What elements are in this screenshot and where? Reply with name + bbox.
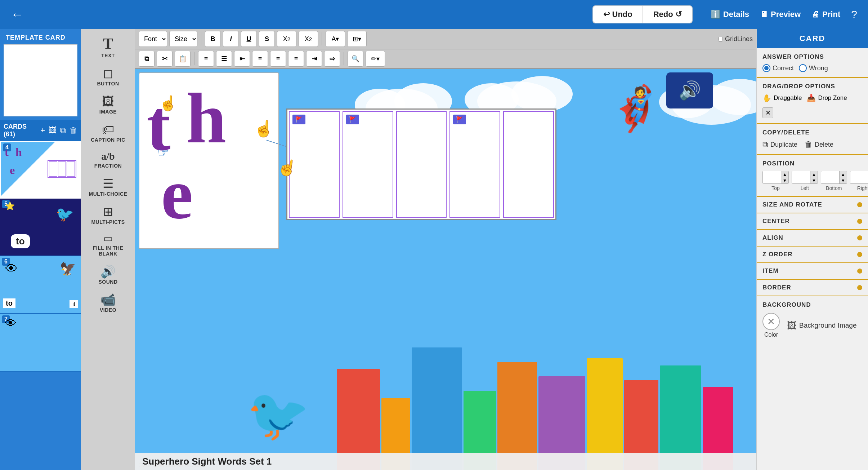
tool-fill-blank[interactable]: ▭ FILL IN THE BLANK: [85, 230, 131, 260]
cards-header: CARDS (61) + 🖼 ⧉ 🗑: [0, 120, 81, 141]
drop-zone-toggle[interactable]: 📥 Drop Zone: [807, 94, 847, 102]
special-button[interactable]: ✏▾: [366, 51, 385, 67]
subscript-button[interactable]: X2: [277, 31, 296, 47]
drop-box-5[interactable]: [503, 111, 554, 218]
text-center-button[interactable]: ≡: [252, 51, 268, 67]
correct-radio[interactable]: [762, 64, 770, 72]
background-title: BACKGROUND: [762, 301, 862, 309]
delete-card-button[interactable]: 🗑: [70, 126, 77, 135]
indent-left-button[interactable]: ⇤: [234, 51, 250, 67]
justify-button[interactable]: ≡: [288, 51, 304, 67]
text-right-button[interactable]: ≡: [270, 51, 286, 67]
font-select[interactable]: Font: [139, 31, 167, 47]
search-button[interactable]: 🔍: [348, 51, 363, 67]
paste-button[interactable]: 📋: [175, 51, 191, 67]
tools-column: T TEXT ◻ BUTTON 🖼 IMAGE 🏷 CAPTION PIC a/…: [81, 29, 135, 470]
bird-bottom-left: 🐦: [247, 385, 310, 445]
sound-button[interactable]: 🔊: [666, 72, 713, 108]
canvas[interactable]: t h e ☝ ☞ ☝ ☝: [135, 69, 756, 470]
delete-button[interactable]: 🗑 Delete: [805, 140, 833, 149]
correct-option[interactable]: Correct: [762, 64, 794, 72]
center-section[interactable]: CENTER: [757, 213, 868, 230]
printer-icon: 🖨: [811, 10, 819, 19]
undo-button[interactable]: ↩ Undo: [592, 5, 643, 23]
back-button[interactable]: ←: [11, 8, 24, 21]
pos-bottom-input[interactable]: [821, 171, 839, 183]
bold-button[interactable]: B: [205, 31, 221, 47]
duplicate-button[interactable]: ⧉ Duplicate: [762, 140, 797, 149]
wrong-option[interactable]: Wrong: [799, 64, 828, 72]
drop-flag-1: 🚩: [292, 115, 305, 124]
z-order-section[interactable]: Z ORDER: [757, 247, 868, 263]
drop-zone-icon: 📥: [807, 94, 816, 102]
pos-left-down[interactable]: ▼: [810, 177, 818, 183]
align-left-button[interactable]: ≡: [198, 51, 214, 67]
drop-box-3[interactable]: [396, 111, 447, 218]
table-button[interactable]: ⊞▾: [347, 31, 367, 47]
item-section[interactable]: ITEM: [757, 263, 868, 280]
pos-bottom-up[interactable]: ▲: [840, 171, 847, 177]
building-3: [412, 347, 462, 470]
wrong-label: Wrong: [809, 65, 828, 72]
tool-caption-pic[interactable]: 🏷 CAPTION PIC: [85, 120, 131, 146]
pos-left-input[interactable]: [792, 171, 810, 183]
cut-button[interactable]: ✂: [157, 51, 173, 67]
bg-color-button[interactable]: ✕ Color: [762, 313, 780, 338]
card-thumb-6[interactable]: 6 to it 🦅 👁: [0, 256, 81, 314]
copy-card-button[interactable]: ⧉: [60, 126, 66, 135]
card-thumb-5[interactable]: 5 to 🐦 ⭐: [0, 199, 81, 256]
canvas-wrapper[interactable]: t h e ☝ ☞ ☝ ☝: [135, 69, 756, 470]
italic-button[interactable]: I: [223, 31, 239, 47]
tool-fraction-label: FRACTION: [94, 163, 122, 169]
delete-label: Delete: [815, 141, 833, 148]
pos-bottom-down[interactable]: ▼: [840, 177, 847, 183]
card-thumb-7[interactable]: 7 👁: [0, 314, 81, 372]
preview-button[interactable]: 🖥 Preview: [760, 10, 801, 19]
list-button[interactable]: ☰: [216, 51, 232, 67]
size-select[interactable]: Size: [169, 31, 197, 47]
tool-text[interactable]: T TEXT: [85, 32, 131, 62]
image-card-button[interactable]: 🖼: [49, 126, 57, 135]
gridlines-checkbox[interactable]: [718, 37, 723, 41]
indent-right-button[interactable]: ⇥: [306, 51, 322, 67]
strikethrough-button[interactable]: S: [259, 31, 275, 47]
tool-image[interactable]: 🖼 IMAGE: [85, 92, 131, 118]
wrong-radio[interactable]: [799, 64, 807, 72]
tool-sound[interactable]: 🔊 SOUND: [85, 262, 131, 288]
print-button[interactable]: 🖨 Print: [811, 10, 840, 19]
redo-button[interactable]: Redo ↺: [643, 5, 693, 23]
tool-multi-choice[interactable]: ☰ MULTI-CHOICE: [85, 174, 131, 200]
text-color-button[interactable]: A▾: [326, 31, 345, 47]
tool-multi-picts[interactable]: ⊞ MULTI-PICTS: [85, 202, 131, 229]
drop-area[interactable]: 🚩 🚩 🚩: [286, 108, 556, 220]
bg-image-button[interactable]: 🖼 Background Image: [787, 320, 857, 331]
add-card-button[interactable]: +: [40, 126, 45, 135]
tool-fraction[interactable]: a/b FRACTION: [85, 148, 131, 172]
copy-format-button[interactable]: ⧉: [139, 51, 155, 67]
superscript-button[interactable]: X2: [299, 31, 318, 47]
align-section[interactable]: ALIGN: [757, 230, 868, 247]
help-button[interactable]: ?: [851, 8, 857, 21]
details-button[interactable]: ℹ️ Details: [711, 10, 749, 19]
pos-right-input[interactable]: [850, 171, 868, 183]
tool-fill-blank-label: FILL IN THE BLANK: [88, 245, 129, 257]
tool-video[interactable]: 📹 VIDEO: [85, 290, 131, 316]
pos-top-up[interactable]: ▲: [781, 171, 788, 177]
underline-button[interactable]: U: [241, 31, 257, 47]
drag-options-close[interactable]: ✕: [762, 107, 773, 118]
pos-top-input[interactable]: [763, 171, 781, 183]
drop-box-4[interactable]: 🚩: [449, 111, 500, 218]
pos-left-up[interactable]: ▲: [810, 171, 818, 177]
svg-point-4: [511, 76, 573, 112]
format-button[interactable]: ⇨: [324, 51, 340, 67]
border-section[interactable]: BORDER: [757, 280, 868, 296]
tool-button[interactable]: ◻ BUTTON: [85, 63, 131, 90]
card-thumb-4[interactable]: 4 t h e: [0, 141, 81, 199]
size-rotate-section[interactable]: SIZE AND ROTATE: [757, 197, 868, 213]
drop-box-2[interactable]: 🚩: [343, 111, 393, 218]
bg-image-label: Background Image: [799, 322, 857, 329]
tool-caption-pic-label: CAPTION PIC: [91, 137, 125, 143]
pos-top-down[interactable]: ▼: [781, 177, 788, 183]
draggable-toggle[interactable]: ✋ Draggable: [762, 94, 802, 102]
copy-delete-title: COPY/DELETE: [762, 129, 862, 136]
